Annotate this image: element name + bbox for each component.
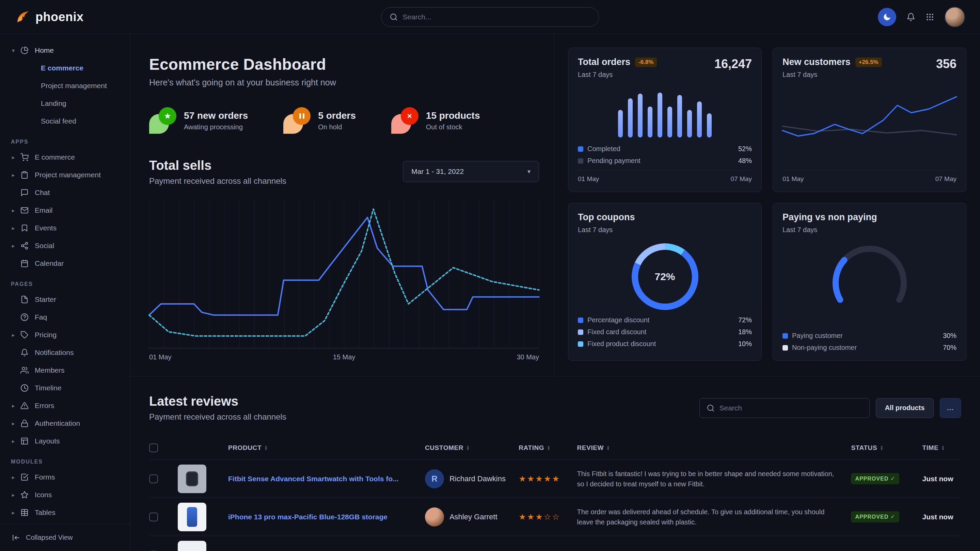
- all-products-button[interactable]: All products: [876, 398, 934, 418]
- rating-stars: ★★★☆☆: [519, 512, 570, 522]
- x-label: 30 May: [517, 353, 539, 361]
- sidebar-item-email[interactable]: ▸Email: [10, 202, 121, 219]
- sidebar-item-tables[interactable]: ▸Tables: [10, 504, 121, 521]
- collapsed-view-toggle[interactable]: Collapsed View: [0, 524, 130, 551]
- apps-grid-button[interactable]: [926, 13, 934, 21]
- sidebar-item-label: Layouts: [35, 437, 60, 445]
- sidebar-item-label: Pricing: [35, 331, 57, 339]
- legend-chip: [578, 158, 583, 164]
- chevron-right-icon: ▸: [10, 420, 16, 427]
- row-checkbox[interactable]: [149, 513, 158, 521]
- stats-row: ★57 new ordersAwating processing5 orders…: [149, 107, 539, 134]
- paying-gauge-chart: [819, 238, 921, 313]
- sidebar-item-timeline[interactable]: Timeline: [10, 379, 121, 397]
- sidebar-item-icons[interactable]: ▸Icons: [10, 486, 121, 504]
- sidebar-item-project-management[interactable]: Project management: [10, 77, 121, 95]
- legend-label: Completed: [587, 145, 620, 153]
- dashboard-cards: Total orders -6.8% Last 7 days 16,247 Co…: [554, 34, 980, 376]
- column-header-time[interactable]: TIME▲▼: [923, 444, 961, 452]
- sidebar-item-authentication[interactable]: ▸Authentication: [10, 414, 121, 432]
- sidebar-item-e-commerce[interactable]: ▸E commerce: [10, 148, 121, 166]
- moon-icon: [883, 13, 891, 21]
- sidebar-item-label: Chat: [35, 189, 50, 197]
- more-options-button[interactable]: ...: [940, 398, 961, 418]
- dashboard-top-section: Ecommerce Dashboard Here's what's going …: [130, 34, 980, 376]
- legend-label: Paying customer: [792, 332, 843, 340]
- new-customers-value: 356: [936, 57, 956, 71]
- sidebar-item-social-feed[interactable]: Social feed: [10, 112, 121, 130]
- cart-icon: [21, 153, 31, 161]
- user-avatar[interactable]: [945, 7, 965, 27]
- sort-icon: ▲▼: [606, 445, 610, 451]
- theme-toggle-button[interactable]: [878, 8, 896, 26]
- column-header-rating[interactable]: RATING▲▼: [519, 444, 570, 452]
- donut-hole: 72%: [638, 250, 692, 303]
- product-link[interactable]: iPhone 13 pro max-Pacific Blue-128GB sto…: [228, 513, 418, 521]
- legend-chip: [783, 345, 788, 351]
- trend-badge: -6.8%: [635, 57, 657, 67]
- chevron-right-icon: ▸: [10, 510, 16, 516]
- column-header-review[interactable]: REVIEW▲▼: [577, 444, 845, 452]
- sidebar-item-home[interactable]: ▾Home: [10, 41, 121, 59]
- new-customers-card: New customers +26.5% Last 7 days 356 01 …: [773, 48, 966, 192]
- reviews-search[interactable]: [699, 398, 870, 418]
- customer-cell: Ashley Garrett: [425, 507, 512, 527]
- dashboard-left-pane: Ecommerce Dashboard Here's what's going …: [130, 34, 554, 376]
- sidebar-item-e-commerce[interactable]: E commerce: [10, 59, 121, 77]
- sidebar-item-layouts[interactable]: ▸Layouts: [10, 432, 121, 450]
- reviews-search-input[interactable]: [719, 404, 862, 412]
- sidebar-section-pages: PAGES: [11, 281, 121, 287]
- sidebar-item-pricing[interactable]: ▸Pricing: [10, 326, 121, 344]
- select-all-checkbox[interactable]: [149, 443, 158, 452]
- brand[interactable]: phoenix: [15, 9, 84, 25]
- card-title: Total orders: [578, 57, 630, 67]
- collapse-icon: [11, 533, 21, 542]
- sidebar-item-label: Notifications: [35, 348, 73, 357]
- star-icon: ★: [149, 107, 177, 134]
- sidebar-item-label: Project management: [35, 171, 101, 179]
- column-header-product[interactable]: PRODUCT▲▼: [228, 444, 418, 452]
- product-link[interactable]: Fitbit Sense Advanced Smartwatch with To…: [228, 475, 418, 483]
- status-cell: APPROVED ✓: [851, 511, 915, 522]
- legend-chip: [578, 341, 583, 347]
- sidebar-item-label: Icons: [35, 491, 52, 499]
- review-row: iPhone 13 pro max-Pacific Blue-128GB sto…: [149, 498, 961, 536]
- column-label: TIME: [923, 444, 939, 452]
- bell-icon: [21, 348, 31, 357]
- sidebar-item-label: Forms: [35, 473, 55, 481]
- sidebar-item-errors[interactable]: ▸Errors: [10, 397, 121, 414]
- sidebar-item-forms[interactable]: ▸Forms: [10, 468, 121, 486]
- row-checkbox[interactable]: [149, 475, 158, 483]
- notifications-button[interactable]: [907, 13, 915, 21]
- sidebar-item-starter[interactable]: Starter: [10, 291, 121, 308]
- column-header-customer[interactable]: CUSTOMER▲▼: [425, 444, 512, 452]
- date-range-select[interactable]: Mar 1 - 31, 2022 ▾: [403, 161, 539, 182]
- global-search-input[interactable]: [402, 13, 590, 21]
- top-coupons-card: Top coupons Last 7 days 72% Percentage d…: [568, 203, 762, 361]
- sidebar-item-notifications[interactable]: Notifications: [10, 344, 121, 361]
- card-title: Paying vs non paying: [783, 212, 956, 222]
- help-icon: [21, 313, 31, 321]
- sidebar-item-landing[interactable]: Landing: [10, 95, 121, 112]
- card-period: Last 7 days: [783, 71, 882, 79]
- calendar-icon: [21, 259, 31, 267]
- paying-card: Paying vs non paying Last 7 days Paying …: [773, 203, 966, 361]
- reviews-table-header: PRODUCT▲▼CUSTOMER▲▼RATING▲▼REVIEW▲▼STATU…: [149, 436, 961, 460]
- sidebar-item-events[interactable]: ▸Events: [10, 219, 121, 237]
- review-row: [149, 536, 961, 551]
- review-row: Fitbit Sense Advanced Smartwatch with To…: [149, 460, 961, 498]
- sidebar-item-social[interactable]: ▸Social: [10, 237, 121, 254]
- sidebar-item-faq[interactable]: Faq: [10, 308, 121, 326]
- sidebar-item-project-management[interactable]: ▸Project management: [10, 166, 121, 184]
- total-orders-value: 16,247: [714, 57, 752, 71]
- sidebar-item-label: Faq: [35, 313, 47, 321]
- global-search[interactable]: [381, 7, 599, 27]
- column-header-status[interactable]: STATUS▲▼: [851, 444, 915, 452]
- donut-center-value: 72%: [654, 271, 675, 283]
- sidebar-item-chat[interactable]: Chat: [10, 184, 121, 202]
- legend-label: Pending payment: [587, 157, 641, 165]
- pause-icon: [283, 107, 310, 134]
- sidebar-item-components[interactable]: ▸Components: [10, 521, 121, 524]
- sidebar-item-members[interactable]: Members: [10, 361, 121, 379]
- sidebar-item-calendar[interactable]: Calendar: [10, 254, 121, 272]
